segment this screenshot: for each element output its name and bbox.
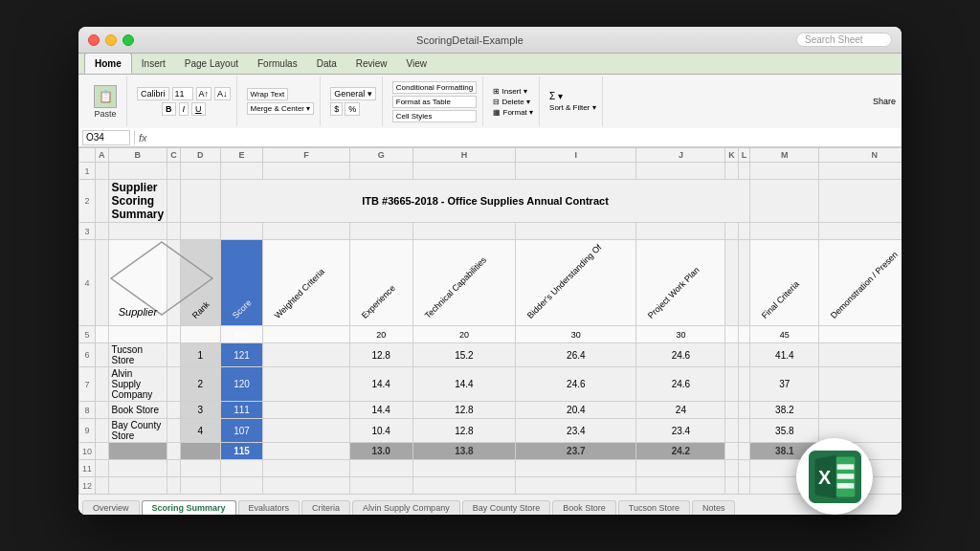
svg-rect-5 xyxy=(836,483,854,489)
tab-tucson[interactable]: Tucson Store xyxy=(618,500,690,515)
font-name[interactable]: Calibri xyxy=(137,87,169,100)
avg-project: 24.2 xyxy=(636,443,725,460)
fx-label: fx xyxy=(139,132,147,143)
maximize-button[interactable] xyxy=(122,34,134,46)
row-7-alvin: 7 Alvin Supply Company 2 120 14.4 14.4 2… xyxy=(79,367,902,402)
avg-rank xyxy=(180,443,220,460)
cell-styles-button[interactable]: Cell Styles xyxy=(392,110,477,122)
row-4-angled-headers: 4 Supplier xyxy=(79,240,902,326)
tab-overview[interactable]: Overview xyxy=(82,500,140,515)
supplier-alvin: Alvin Supply Company xyxy=(108,367,167,402)
traffic-lights xyxy=(88,34,134,46)
row-11: 11 xyxy=(79,460,902,477)
supplier-bookstore: Book Store xyxy=(108,402,167,419)
insert-button[interactable]: ⊞ Insert ▾ xyxy=(493,87,533,96)
font-size[interactable]: 11 xyxy=(172,87,193,100)
rank-alvin: 2 xyxy=(180,367,220,402)
spreadsheet-area: A B C D E F G H I J K L M xyxy=(78,147,902,515)
tab-scoring-summary[interactable]: Scoring Summary xyxy=(142,500,236,515)
score-baycounty: 107 xyxy=(220,419,263,443)
share-button[interactable]: Share xyxy=(873,97,896,106)
tab-criteria[interactable]: Criteria xyxy=(301,500,350,515)
svg-rect-4 xyxy=(836,474,854,479)
tucson-bidders: 26.4 xyxy=(516,343,636,367)
alvin-project: 24.6 xyxy=(636,367,725,402)
experience-label: Experience xyxy=(360,283,397,320)
bold-button[interactable]: B xyxy=(162,102,176,116)
supplier-scoring-title: Supplier Scoring Summary xyxy=(108,180,167,223)
format-button[interactable]: ▦ Format ▾ xyxy=(493,108,533,117)
baycounty-project: 23.4 xyxy=(636,419,725,443)
currency-button[interactable]: $ xyxy=(330,102,343,116)
title-bar: ScoringDetail-Example Search Sheet xyxy=(78,27,902,54)
name-box[interactable]: O34 xyxy=(82,130,130,145)
format-as-table-button[interactable]: Format as Table xyxy=(392,96,477,108)
sheet-container: A B C D E F G H I J K L M xyxy=(78,147,902,494)
sort-filter-button[interactable]: Sort & Filter ▾ xyxy=(549,103,595,112)
ribbon-group-editing: Σ ▾ Sort & Filter ▾ xyxy=(544,77,602,126)
tab-insert[interactable]: Insert xyxy=(132,53,175,74)
underline-button[interactable]: U xyxy=(191,102,206,116)
tab-formulas[interactable]: Formulas xyxy=(248,53,307,74)
weight-bidders: 30 xyxy=(516,326,636,343)
tab-home[interactable]: Home xyxy=(84,53,132,74)
rank-bookstore: 3 xyxy=(180,402,220,419)
number-format-dropdown[interactable]: General ▾ xyxy=(330,87,376,100)
score-bookstore: 111 xyxy=(220,402,263,419)
row-3: 3 xyxy=(79,223,902,240)
tab-baycounty[interactable]: Bay County Store xyxy=(462,500,551,515)
project-work-plan-header: Project Work Plan xyxy=(636,240,725,326)
tucson-project: 24.6 xyxy=(636,343,725,367)
conditional-formatting-button[interactable]: Conditional Formatting xyxy=(392,81,477,94)
paste-button[interactable]: 📋 Paste xyxy=(90,83,121,121)
tab-evaluators[interactable]: Evaluators xyxy=(238,500,301,515)
tab-view[interactable]: View xyxy=(397,53,437,74)
ribbon-group-paste: 📋 Paste xyxy=(84,77,127,126)
col-head-E: E xyxy=(220,148,263,163)
italic-button[interactable]: I xyxy=(179,102,189,116)
alvin-bidders: 24.6 xyxy=(516,367,636,402)
rank-baycounty: 4 xyxy=(180,419,220,443)
decrease-font-icon[interactable]: A↓ xyxy=(214,87,231,100)
col-head-K: K xyxy=(725,148,739,163)
col-head-B: B xyxy=(108,148,167,163)
svg-marker-0 xyxy=(111,242,212,315)
search-box[interactable]: Search Sheet xyxy=(796,33,892,47)
percent-button[interactable]: % xyxy=(345,102,360,116)
increase-font-icon[interactable]: A↑ xyxy=(196,87,212,100)
ribbon-group-number: General ▾ $ % xyxy=(324,77,383,126)
delete-button[interactable]: ⊟ Delete ▾ xyxy=(493,98,533,106)
technical-label: Technical Capabilities xyxy=(423,255,488,320)
row-2: 2 Supplier Scoring Summary ITB #3665-201… xyxy=(79,180,902,223)
tab-review[interactable]: Review xyxy=(346,53,397,74)
tucson-final: 41.4 xyxy=(750,343,819,367)
demonstration-label: Demonstration / Presen xyxy=(829,250,900,320)
merge-center-button[interactable]: Merge & Center ▾ xyxy=(247,102,315,115)
baycounty-technical: 12.8 xyxy=(412,419,516,443)
window-title: ScoringDetail-Example xyxy=(144,34,796,46)
close-button[interactable] xyxy=(88,34,100,46)
bookstore-experience: 14.4 xyxy=(349,402,412,419)
tab-alvin[interactable]: Alvin Supply Company xyxy=(352,500,460,515)
sum-button[interactable]: Σ ▾ xyxy=(549,91,595,101)
tucson-technical: 15.2 xyxy=(412,343,516,367)
tab-bookstore[interactable]: Book Store xyxy=(552,500,616,515)
col-head-F: F xyxy=(263,148,349,163)
row-10-average: 10 115 13.0 13.8 23.7 24.2 xyxy=(79,443,902,460)
alvin-final: 37 xyxy=(750,367,819,402)
score-header: Score xyxy=(220,240,263,326)
minimize-button[interactable] xyxy=(105,34,117,46)
row-12: 12 xyxy=(79,477,902,495)
score-max-cell: 150 xyxy=(220,326,263,343)
row-8-bookstore: 8 Book Store 3 111 14.4 12.8 20.4 24 xyxy=(79,402,902,419)
itb-title: ITB #3665-2018 - Office Supplies Annual … xyxy=(220,180,750,223)
tab-data[interactable]: Data xyxy=(307,53,346,74)
tab-page-layout[interactable]: Page Layout xyxy=(175,53,248,74)
wrap-text-button[interactable]: Wrap Text xyxy=(247,88,289,100)
demonstration-header: Demonstration / Presen xyxy=(819,240,902,326)
col-head-L: L xyxy=(738,148,750,163)
tab-notes[interactable]: Notes xyxy=(692,500,736,515)
tab-bar: Overview Scoring Summary Evaluators Crit… xyxy=(78,494,902,515)
score-label: Score xyxy=(231,298,254,320)
alvin-experience: 14.4 xyxy=(349,367,412,402)
